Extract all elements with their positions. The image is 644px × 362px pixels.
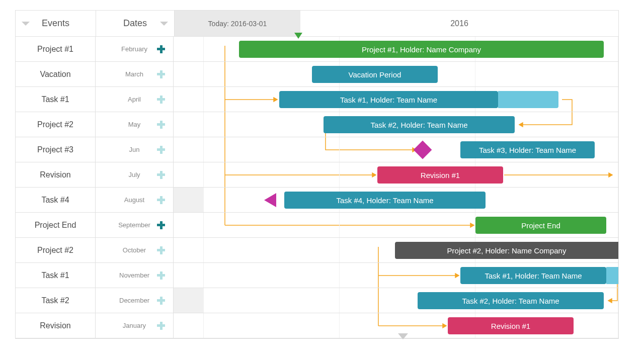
timeline-cell: Project End <box>174 213 618 237</box>
event-cell: Revision <box>16 162 96 187</box>
gantt-row: Revision January Revision #1 <box>16 313 618 338</box>
event-cell: Project End <box>16 213 96 237</box>
event-label: Task #1 <box>41 95 69 104</box>
event-label: Project #1 <box>37 45 73 54</box>
date-label: January <box>123 322 146 329</box>
chevron-down-icon[interactable] <box>160 22 168 26</box>
date-cell: May <box>96 112 174 137</box>
event-label: Revision <box>40 321 70 330</box>
date-cell: February <box>96 37 174 61</box>
gantt-row: Task #4 August Task #4, Holder: Team Nam… <box>16 188 618 213</box>
bar-task-1-ext[interactable] <box>498 91 558 108</box>
timeline-cell: Project #1, Holder: Name Company <box>174 37 618 61</box>
event-cell: Vacation <box>16 62 96 86</box>
event-cell: Project #2 <box>16 238 96 262</box>
timeline-cell: Task #2, Holder: Team Name <box>174 112 618 137</box>
timeline-cell: Revision #1 <box>174 162 618 187</box>
header-dates[interactable]: Dates <box>96 11 175 36</box>
timeline-cell: Task #3, Holder: Team Name <box>174 137 618 162</box>
year-label: 2016 <box>450 19 468 28</box>
gantt-row: Project #2 May Task #2, Holder: Team Nam… <box>16 112 618 137</box>
timeline-cell: Vacation Period <box>174 62 618 86</box>
date-cell: January <box>96 313 174 338</box>
bar-task-3[interactable]: Task #3, Holder: Team Name <box>460 141 595 158</box>
event-label: Project #3 <box>37 145 73 154</box>
plus-icon[interactable] <box>157 121 165 129</box>
date-cell: Jun <box>96 137 174 162</box>
date-label: July <box>128 171 140 178</box>
event-label: Vacation <box>40 70 70 79</box>
gantt-row: Project End September Project End <box>16 213 618 238</box>
bar-project-1[interactable]: Project #1, Holder: Name Company <box>239 41 604 58</box>
date-label: September <box>118 221 150 229</box>
event-cell: Revision <box>16 313 96 338</box>
bar-project-2b[interactable]: Project #2, Holder: Name Company <box>395 242 618 259</box>
event-label: Task #2 <box>41 296 69 305</box>
event-cell: Project #2 <box>16 112 96 137</box>
gantt-row: Revision July Revision #1 <box>16 162 618 188</box>
date-cell: September <box>96 213 174 237</box>
bar-task-1b[interactable]: Task #1, Holder: Team Name <box>460 267 606 284</box>
date-label: March <box>125 70 143 78</box>
date-label: February <box>121 45 147 53</box>
timeline-cell: Task #4, Holder: Team Name <box>174 188 618 212</box>
event-label: Revision <box>40 170 70 179</box>
gantt-row: Project #2 October Project #2, Holder: N… <box>16 238 618 263</box>
bar-task-2b[interactable]: Task #2, Holder: Team Name <box>418 292 604 309</box>
bar-task-4[interactable]: Task #4, Holder: Team Name <box>284 192 486 209</box>
date-label: May <box>128 121 141 128</box>
date-label: November <box>119 272 149 279</box>
gantt-chart: Events Dates Today: 2016-03-01 2016 <box>15 10 619 339</box>
triangle-left-icon[interactable] <box>264 193 276 207</box>
header-row: Events Dates Today: 2016-03-01 2016 <box>16 11 618 37</box>
gantt-row: Vacation March Vacation Period <box>16 62 618 87</box>
timeline-cell: Task #2, Holder: Team Name <box>174 288 618 313</box>
event-label: Task #1 <box>41 271 69 280</box>
plus-icon[interactable] <box>157 221 165 229</box>
bar-vacation[interactable]: Vacation Period <box>312 66 438 83</box>
date-cell: August <box>96 188 174 212</box>
bar-task-1[interactable]: Task #1, Holder: Team Name <box>279 91 498 108</box>
plus-icon[interactable] <box>157 146 165 154</box>
plus-icon[interactable] <box>157 70 165 78</box>
header-dates-label: Dates <box>123 18 147 29</box>
gantt-row: Task #1 April Task #1, Holder: Team Name <box>16 87 618 112</box>
gantt-row: Task #1 November Task #1, Holder: Team N… <box>16 263 618 288</box>
header-timeline: Today: 2016-03-01 2016 <box>175 11 618 36</box>
header-events[interactable]: Events <box>16 11 96 36</box>
event-cell: Task #4 <box>16 188 96 212</box>
date-label: December <box>119 297 149 304</box>
plus-icon[interactable] <box>157 171 165 179</box>
date-label: October <box>123 246 146 254</box>
plus-icon[interactable] <box>157 322 165 330</box>
timeline-cell: Revision #1 <box>174 313 618 338</box>
date-cell: October <box>96 238 174 262</box>
bar-revision-1[interactable]: Revision #1 <box>377 166 503 184</box>
plus-icon[interactable] <box>157 272 165 280</box>
date-label: August <box>124 196 144 204</box>
plus-icon[interactable] <box>157 297 165 305</box>
bar-task-1b-ext[interactable] <box>606 267 618 284</box>
date-label: Jun <box>129 146 140 153</box>
event-cell: Task #2 <box>16 288 96 313</box>
event-label: Project #2 <box>37 246 73 255</box>
gantt-row: Project #3 Jun Task #3, Holder: Team Nam… <box>16 137 618 162</box>
chevron-down-icon[interactable] <box>22 22 30 26</box>
event-label: Project End <box>35 221 76 230</box>
plus-icon[interactable] <box>157 196 165 204</box>
event-cell: Project #3 <box>16 137 96 162</box>
date-cell: April <box>96 87 174 112</box>
chevron-down-icon[interactable] <box>398 333 408 339</box>
date-cell: July <box>96 162 174 187</box>
date-cell: December <box>96 288 174 313</box>
bar-project-end[interactable]: Project End <box>475 217 606 234</box>
bar-revision-1b[interactable]: Revision #1 <box>448 317 574 334</box>
bar-task-2[interactable]: Task #2, Holder: Team Name <box>324 116 515 133</box>
year-cell: 2016 <box>300 19 618 28</box>
today-label: Today: 2016-03-01 <box>208 20 267 28</box>
timeline-cell: Project #2, Holder: Name Company <box>174 238 618 262</box>
plus-icon[interactable] <box>157 45 165 53</box>
plus-icon[interactable] <box>157 96 165 104</box>
plus-icon[interactable] <box>157 246 165 254</box>
date-label: April <box>128 96 141 103</box>
